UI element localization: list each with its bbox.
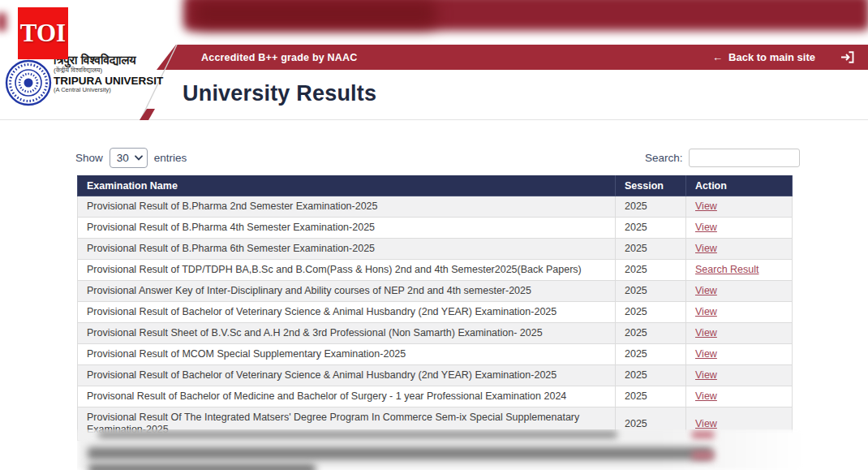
action-link[interactable]: View — [695, 348, 717, 360]
search-control: Search: — [645, 147, 800, 168]
chevron-down-icon — [135, 155, 143, 161]
results-table-body: Provisional Result of B.Pharma 2nd Semes… — [78, 196, 793, 441]
table-header-row: Examination Name Session Action — [78, 176, 793, 196]
blurred-site-header-shade — [193, 0, 436, 28]
table-row: Provisional Result of B.Pharma 4th Semes… — [78, 218, 793, 239]
session-cell: 2025 — [616, 218, 686, 239]
session-cell: 2025 — [616, 302, 686, 323]
table-row: Provisional Result of Bachelor of Veteri… — [78, 365, 793, 386]
naac-accreditation-bar: Accredited B++ grade by NAAC ← Back to m… — [154, 45, 868, 70]
table-row: Provisional Result of MCOM Special Suppl… — [78, 344, 793, 365]
table-row: Provisional Answer Key of Inter-Discipli… — [78, 281, 793, 302]
page-title: University Results — [183, 81, 376, 106]
university-brand-block: त्रिपुरा विश्वविद्यालय (केंद्रीय विश्ववि… — [54, 54, 159, 93]
exam-name-cell: Provisional Result of Bachelor of Veteri… — [78, 365, 616, 386]
session-cell: 2025 — [616, 260, 686, 281]
sign-in-icon[interactable] — [840, 50, 855, 64]
exam-name-cell: Provisional Result of B.Pharma 6th Semes… — [78, 239, 616, 260]
entries-label: entries — [154, 152, 187, 164]
exam-name-cell: Provisional Result of B.Pharma 4th Semes… — [78, 218, 616, 239]
toi-watermark-logo: TOI — [18, 7, 68, 59]
action-link[interactable]: View — [695, 418, 717, 429]
action-link[interactable]: View — [695, 222, 717, 233]
blurred-edge-smudge — [0, 13, 6, 31]
table-row: Provisional Result Sheet of B.V.Sc and A… — [78, 323, 793, 344]
table-row: Provisonal Result of Bachelor of Medicin… — [78, 386, 793, 407]
exam-name-cell: Provisonal Result of Bachelor of Medicin… — [78, 386, 616, 407]
exam-name-cell: Provisional Answer Key of Inter-Discipli… — [78, 281, 616, 302]
action-link[interactable]: View — [695, 201, 717, 212]
action-link[interactable]: View — [695, 390, 717, 402]
session-cell: 2025 — [616, 323, 686, 344]
action-link[interactable]: View — [695, 243, 717, 254]
exam-name-cell: Provisional Result Sheet of B.V.Sc and A… — [78, 323, 616, 344]
university-subtitle-english: (A Central University) — [54, 87, 159, 93]
back-to-main-site-link[interactable]: ← Back to main site — [712, 51, 815, 63]
show-entries-control: Show 30 entries — [75, 147, 187, 168]
session-cell: 2025 — [616, 281, 686, 302]
action-link[interactable]: Search Result — [695, 264, 759, 275]
action-link[interactable]: View — [695, 306, 717, 317]
action-link[interactable]: View — [695, 369, 717, 381]
back-arrow-icon: ← — [712, 51, 723, 63]
university-seal-logo — [5, 59, 52, 106]
show-label: Show — [75, 152, 103, 164]
session-cell: 2025 — [616, 196, 686, 218]
back-link-label: Back to main site — [728, 51, 815, 63]
exam-name-cell: Provisional Result of MCOM Special Suppl… — [78, 344, 616, 365]
search-input[interactable] — [689, 149, 800, 167]
session-cell: 2025 — [616, 365, 686, 386]
table-row: Provisional Result of TDP/TDPH BA,B.Sc a… — [78, 260, 793, 281]
search-label: Search: — [645, 152, 683, 164]
action-link[interactable]: View — [695, 285, 717, 296]
entries-selected-value: 30 — [117, 152, 129, 164]
exam-name-cell: Provisional Result of B.Pharma 2nd Semes… — [78, 196, 616, 218]
university-name-hindi: त्रिपुरा विश्वविद्यालय — [54, 54, 159, 67]
exam-name-cell: Provisional Result of TDP/TDPH BA,B.Sc a… — [78, 260, 616, 281]
university-name-english: TRIPURA UNIVERSIT — [54, 75, 159, 87]
session-cell: 2025 — [616, 386, 686, 407]
action-link[interactable]: View — [695, 327, 717, 338]
results-table: Examination Name Session Action Provisio… — [77, 175, 793, 441]
entries-per-page-select[interactable]: 30 — [110, 148, 148, 168]
university-subtitle-hindi: (केंद्रीय विश्वविद्यालय) — [54, 67, 159, 74]
session-cell: 2025 — [616, 344, 686, 365]
exam-name-cell: Provisional Result of Bachelor of Veteri… — [78, 302, 616, 323]
table-row: Provisional Result of B.Pharma 2nd Semes… — [78, 196, 793, 218]
column-header-examination-name: Examination Name — [78, 176, 616, 196]
blurred-bottom-rows — [77, 429, 803, 470]
column-header-session: Session — [616, 176, 686, 196]
table-row: Provisional Result of Bachelor of Veteri… — [78, 302, 793, 323]
table-row: Provisional Result of B.Pharma 6th Semes… — [78, 239, 793, 260]
column-header-action: Action — [686, 176, 793, 196]
session-cell: 2025 — [616, 239, 686, 260]
